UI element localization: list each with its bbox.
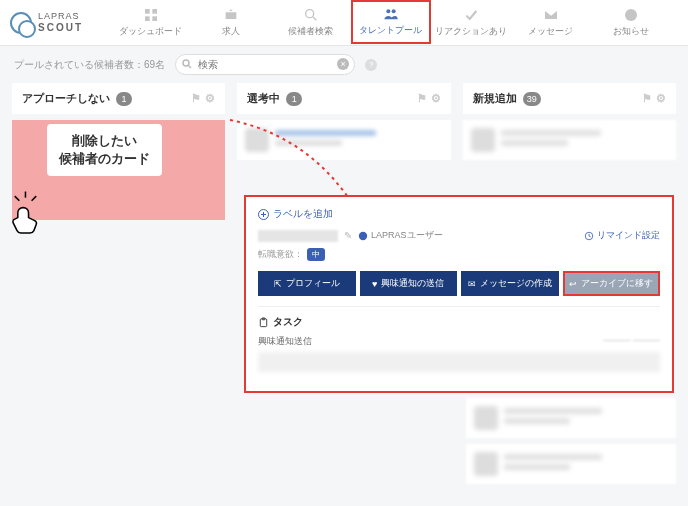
grid-icon — [143, 7, 159, 23]
svg-point-8 — [625, 9, 637, 21]
candidate-meta: ✎ LAPRASユーザー リマインド設定 — [258, 229, 660, 242]
task-content-blurred — [258, 352, 660, 372]
plus-circle-icon — [258, 209, 269, 220]
column-actions[interactable]: ⚑⚙ — [191, 92, 215, 105]
top-nav: ダッシュボード 求人 候補者検索 タレントプール リアクションあり メッセージ … — [103, 0, 678, 46]
candidate-card[interactable] — [466, 444, 676, 484]
archive-button[interactable]: ↩アーカイブに移す — [563, 271, 661, 296]
column-actions[interactable]: ⚑⚙ — [417, 92, 441, 105]
message-button[interactable]: ✉メッセージの作成 — [461, 271, 559, 296]
column-actions[interactable]: ⚑⚙ — [642, 92, 666, 105]
gear-icon: ⚙ — [431, 92, 441, 105]
svg-point-4 — [305, 10, 313, 18]
interest-button[interactable]: ♥興味通知の送信 — [360, 271, 458, 296]
svg-line-13 — [32, 196, 37, 201]
nav-reaction[interactable]: リアクションあり — [431, 0, 511, 46]
avatar — [245, 128, 269, 152]
logo-mark-icon — [10, 12, 32, 34]
user-circle-icon — [358, 231, 368, 241]
svg-line-12 — [15, 196, 20, 201]
clipboard-icon — [258, 317, 269, 328]
column-header: 新規追加39 ⚑⚙ — [463, 83, 676, 114]
svg-line-10 — [189, 66, 192, 69]
logo: LAPRASSCOUT — [10, 12, 83, 34]
chat-icon: ✉ — [468, 279, 476, 289]
search-wrap: × — [175, 54, 355, 75]
app-header: LAPRASSCOUT ダッシュボード 求人 候補者検索 タレントプール リアク… — [0, 0, 688, 46]
lapras-user-tag: LAPRASユーザー — [358, 229, 443, 242]
edit-icon[interactable]: ✎ — [344, 230, 352, 241]
intent-chip: 中 — [307, 248, 325, 261]
column-header: アプローチしない1 ⚑⚙ — [12, 83, 225, 114]
nav-search[interactable]: 候補者検索 — [271, 0, 351, 46]
candidate-card[interactable] — [237, 120, 450, 160]
svg-rect-0 — [145, 9, 150, 14]
tasks-section: タスク 興味通知送信 ——— ——— — [258, 306, 660, 372]
task-row[interactable]: 興味通知送信 ——— ——— — [258, 335, 660, 348]
search-input[interactable] — [175, 54, 355, 75]
candidate-card-highlighted[interactable]: 削除したい候補者のカード — [12, 120, 225, 220]
flag-icon: ⚑ — [417, 92, 427, 105]
logo-text: LAPRASSCOUT — [38, 12, 83, 34]
external-icon: ⇱ — [274, 279, 282, 289]
nav-jobs[interactable]: 求人 — [191, 0, 271, 46]
archive-icon: ↩ — [569, 279, 577, 289]
column-no-approach: アプローチしない1 ⚑⚙ 削除したい候補者のカード — [12, 83, 225, 226]
info-icon — [623, 7, 639, 23]
annotation-callout: 削除したい候補者のカード — [47, 124, 162, 176]
nav-talent-pool[interactable]: タレントプール — [351, 0, 431, 44]
candidate-card[interactable] — [466, 398, 676, 438]
nav-notice[interactable]: お知らせ — [591, 0, 671, 46]
candidate-name-blurred — [258, 230, 338, 242]
count-badge: 39 — [523, 92, 541, 106]
svg-line-5 — [313, 17, 316, 20]
candidate-detail-popup: ラベルを追加 ✎ LAPRASユーザー リマインド設定 転職意欲：中 ⇱プロフィ… — [244, 195, 674, 393]
action-buttons: ⇱プロフィール ♥興味通知の送信 ✉メッセージの作成 ↩アーカイブに移す — [258, 271, 660, 296]
gear-icon: ⚙ — [656, 92, 666, 105]
count-badge: 1 — [116, 92, 132, 106]
svg-point-7 — [391, 9, 395, 13]
add-label-button[interactable]: ラベルを追加 — [258, 207, 660, 221]
svg-rect-2 — [145, 16, 150, 21]
flag-icon: ⚑ — [642, 92, 652, 105]
candidate-card[interactable] — [463, 120, 676, 160]
heart-icon: ♥ — [372, 279, 377, 289]
task-meta-blurred: ——— ——— — [603, 335, 660, 348]
svg-point-6 — [386, 9, 390, 13]
svg-point-9 — [183, 60, 189, 66]
column-header: 選考中1 ⚑⚙ — [237, 83, 450, 114]
count-badge: 1 — [286, 92, 302, 106]
briefcase-icon — [223, 7, 239, 23]
column-new-overflow — [466, 398, 676, 490]
clock-icon — [584, 231, 594, 241]
flag-icon: ⚑ — [191, 92, 201, 105]
reminder-button[interactable]: リマインド設定 — [584, 229, 660, 242]
nav-dashboard[interactable]: ダッシュボード — [111, 0, 191, 46]
help-icon[interactable]: ? — [365, 59, 377, 71]
gear-icon: ⚙ — [205, 92, 215, 105]
intent-row: 転職意欲：中 — [258, 248, 660, 261]
search-icon — [181, 58, 193, 70]
envelope-icon — [543, 7, 559, 23]
pool-count: プールされている候補者数：69名 — [14, 58, 165, 72]
svg-point-14 — [359, 231, 367, 239]
users-icon — [383, 6, 399, 22]
sub-bar: プールされている候補者数：69名 × ? — [0, 46, 688, 83]
check-icon — [463, 7, 479, 23]
search-icon — [303, 7, 319, 23]
nav-message[interactable]: メッセージ — [511, 0, 591, 46]
tasks-heading: タスク — [258, 315, 660, 329]
svg-rect-1 — [152, 9, 157, 14]
pointer-cursor-icon — [4, 190, 50, 238]
svg-rect-3 — [152, 16, 157, 21]
profile-button[interactable]: ⇱プロフィール — [258, 271, 356, 296]
